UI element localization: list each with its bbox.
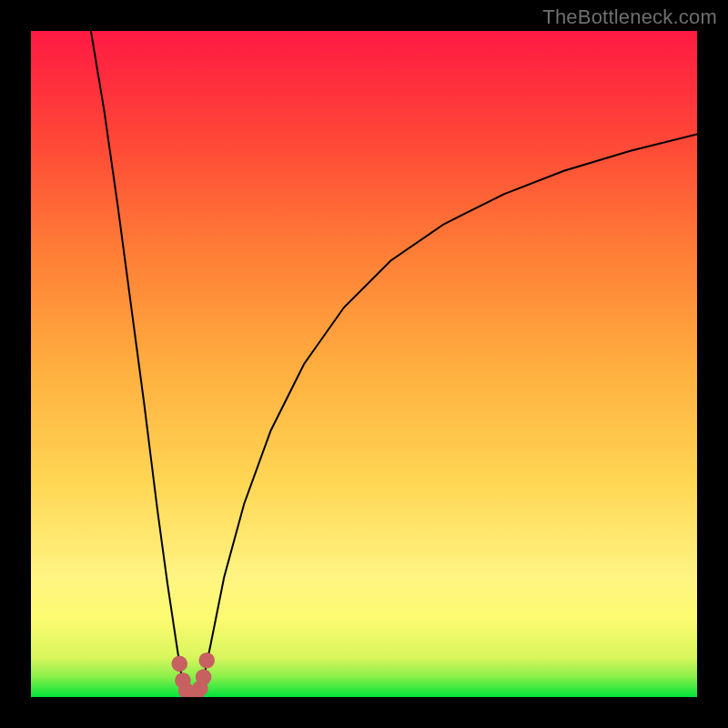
curve-left-branch [91, 31, 184, 692]
watermark-text: TheBottleneck.com [542, 5, 717, 29]
plot-area [31, 31, 697, 697]
chart-frame: TheBottleneck.com [0, 0, 728, 728]
curve-layer [31, 31, 697, 697]
min-marker [198, 652, 215, 669]
min-marker [171, 656, 187, 672]
min-marker [196, 669, 212, 685]
min-marker-cluster [171, 652, 215, 697]
curve-right-branch [201, 134, 697, 692]
